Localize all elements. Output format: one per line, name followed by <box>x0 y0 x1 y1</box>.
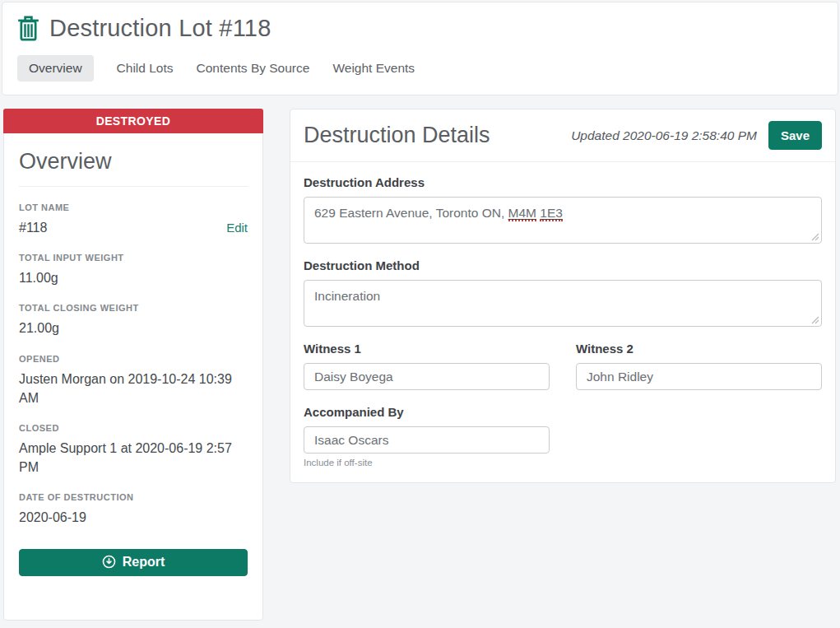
updated-timestamp: Updated 2020-06-19 2:58:40 PM <box>571 128 757 143</box>
accompanied-by-input[interactable] <box>304 426 550 454</box>
status-badge: DESTROYED <box>3 109 263 133</box>
destruction-address-label: Destruction Address <box>304 175 822 189</box>
overview-sidebar: DESTROYED Overview Lot Name #118 Edit To… <box>3 109 263 621</box>
tab-weight-events[interactable]: Weight Events <box>332 55 415 81</box>
divider <box>19 186 248 187</box>
tab-overview[interactable]: Overview <box>17 55 94 81</box>
total-closing-weight-label: Total Closing Weight <box>19 303 248 313</box>
resize-handle-icon[interactable] <box>811 233 819 241</box>
total-input-weight-value: 11.00g <box>19 268 248 287</box>
details-title: Destruction Details <box>304 123 490 148</box>
date-of-destruction-field: Date Of Destruction 2020-06-19 <box>19 492 248 527</box>
opened-label: Opened <box>19 354 248 364</box>
save-button[interactable]: Save <box>768 121 822 150</box>
accompanied-by-help-text: Include if off-site <box>304 458 550 468</box>
trash-icon <box>16 14 41 42</box>
witness2-group: Witness 2 <box>576 342 822 390</box>
destruction-details-card: Destruction Details Updated 2020-06-19 2… <box>290 109 836 483</box>
download-icon <box>102 555 116 569</box>
page-header: Destruction Lot #118 Overview Child Lots… <box>2 2 838 95</box>
total-input-weight-field: Total Input Weight 11.00g <box>19 253 248 287</box>
witness1-input[interactable] <box>304 363 550 390</box>
sidebar-heading: Overview <box>19 149 248 174</box>
lot-name-value: #118 <box>19 218 47 237</box>
witness2-label: Witness 2 <box>576 342 822 356</box>
destruction-method-textarea[interactable]: Incineration <box>304 280 822 327</box>
page-title: Destruction Lot #118 <box>49 15 271 42</box>
total-input-weight-label: Total Input Weight <box>19 253 248 263</box>
accompanied-by-label: Accompanied By <box>304 405 550 419</box>
witness2-input[interactable] <box>576 363 822 390</box>
resize-handle-icon[interactable] <box>811 316 819 324</box>
address-flagged-word: 1E3 <box>540 206 563 221</box>
opened-value: Justen Morgan on 2019-10-24 10:39 AM <box>19 370 248 407</box>
destruction-method-group: Destruction Method Incineration <box>304 258 822 327</box>
tab-child-lots[interactable]: Child Lots <box>117 55 174 81</box>
address-text: 629 Eastern Avenue, Toronto ON, <box>314 206 504 220</box>
destruction-address-group: Destruction Address 629 Eastern Avenue, … <box>304 175 822 244</box>
witness1-label: Witness 1 <box>304 342 550 356</box>
opened-field: Opened Justen Morgan on 2019-10-24 10:39… <box>19 354 248 407</box>
report-button[interactable]: Report <box>19 549 248 576</box>
report-button-label: Report <box>123 555 165 570</box>
closed-value: Ample Support 1 at 2020-06-19 2:57 PM <box>19 439 248 477</box>
date-of-destruction-label: Date Of Destruction <box>19 492 248 502</box>
destruction-address-textarea[interactable]: 629 Eastern Avenue, Toronto ON, M4M 1E3 <box>304 197 822 244</box>
date-of-destruction-value: 2020-06-19 <box>19 508 248 527</box>
tab-contents-by-source[interactable]: Contents By Source <box>197 55 310 81</box>
tab-bar: Overview Child Lots Contents By Source W… <box>17 55 824 81</box>
edit-lot-name-link[interactable]: Edit <box>226 219 248 237</box>
closed-label: Closed <box>19 423 248 433</box>
witness1-group: Witness 1 <box>304 342 550 390</box>
lot-name-label: Lot Name <box>19 202 248 212</box>
accompanied-by-group: Accompanied By Include if off-site <box>304 405 550 468</box>
lot-name-field: Lot Name #118 Edit <box>19 202 248 237</box>
method-text: Incineration <box>314 289 380 303</box>
closed-field: Closed Ample Support 1 at 2020-06-19 2:5… <box>19 423 248 477</box>
destruction-method-label: Destruction Method <box>304 258 822 272</box>
total-closing-weight-field: Total Closing Weight 21.00g <box>19 303 248 337</box>
address-flagged-word: M4M <box>508 206 536 221</box>
total-closing-weight-value: 21.00g <box>19 319 248 337</box>
